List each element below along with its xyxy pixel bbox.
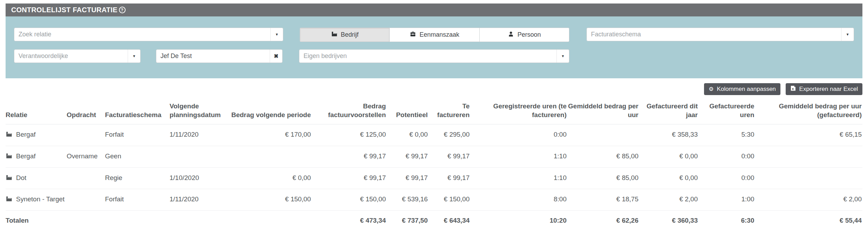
table-cell: 1/11/2020	[170, 189, 231, 211]
briefcase-icon	[410, 31, 416, 39]
table-cell	[67, 124, 105, 146]
table-row[interactable]: DotRegie1/10/2020€ 0,00€ 99,17€ 99,17€ 9…	[6, 167, 862, 189]
table-cell: € 99,17	[312, 146, 387, 168]
chevron-down-icon[interactable]: ▼	[841, 28, 854, 41]
table-cell	[67, 189, 105, 211]
totals-cell: € 737,50	[387, 210, 428, 230]
panel-title-bar: CONTROLELIJST FACTURATIE ?	[6, 3, 862, 16]
chevron-down-icon[interactable]: ▼	[556, 50, 569, 63]
question-circle-icon[interactable]: ?	[119, 7, 126, 13]
totals-cell: 10:20	[470, 210, 567, 230]
person-icon	[508, 31, 514, 39]
table-cell: € 0,00	[387, 124, 428, 146]
table-cell: 8:00	[470, 189, 567, 211]
table-cell	[67, 167, 105, 189]
table-cell: € 85,00	[567, 146, 639, 168]
eigen-bedrijven-placeholder: Eigen bedrijven	[299, 52, 351, 60]
filter-area: Zoek relatie ▼ Bedrijf Eenmanszaak	[6, 16, 862, 78]
column-header: Facturatieschema	[105, 97, 170, 124]
relatie-cell: Bergaf	[6, 124, 67, 146]
table-cell: Regie	[105, 167, 170, 189]
results-table: RelatieOpdrachtFacturatieschemaVolgende …	[6, 97, 862, 230]
column-header: Bedrag volgende periode	[231, 97, 312, 124]
table-cell: 0:00	[470, 124, 567, 146]
table-cell: € 2,00	[639, 189, 698, 211]
table-cell	[170, 146, 231, 168]
table-cell: € 0,00	[639, 167, 698, 189]
company-icon	[6, 174, 13, 184]
verantwoordelijke-select[interactable]: Verantwoordelijke ▼	[14, 49, 141, 63]
table-cell: 1:10	[470, 167, 567, 189]
eigen-bedrijven-select[interactable]: Eigen bedrijven ▼	[299, 49, 569, 63]
table-cell: € 99,17	[312, 167, 387, 189]
table-cell: € 18,75	[567, 189, 639, 211]
table-cell: € 99,17	[387, 146, 428, 168]
export-excel-button[interactable]: x Exporteren naar Excel	[786, 83, 862, 95]
totals-cell: € 643,34	[428, 210, 470, 230]
table-cell: € 85,00	[567, 167, 639, 189]
column-header: Gemiddeld bedrag per uur (gefactureerd)	[755, 97, 862, 124]
table-cell: Forfait	[105, 124, 170, 146]
relatie-name: Syneton - Target	[16, 195, 65, 203]
responsible-filter-chip[interactable]: Jef De Test ✖	[156, 49, 283, 63]
table-cell	[567, 124, 639, 146]
company-icon	[6, 195, 13, 205]
zoek-relatie-select[interactable]: Zoek relatie ▼	[14, 28, 283, 41]
zoek-relatie-placeholder: Zoek relatie	[14, 31, 55, 38]
table-cell: 1/10/2020	[170, 167, 231, 189]
table-cell: 1/11/2020	[170, 124, 231, 146]
table-cell: 1:00	[698, 189, 755, 211]
table-row[interactable]: BergafOvernameGeen€ 99,17€ 99,17€ 99,171…	[6, 146, 862, 168]
totals-cell: € 62,26	[567, 210, 639, 230]
totals-cell	[170, 210, 231, 230]
type-button-eenmanszaak[interactable]: Eenmanszaak	[389, 28, 479, 42]
page-title: CONTROLELIJST FACTURATIE	[11, 6, 118, 14]
table-cell: 0:00	[698, 146, 755, 168]
chevron-down-icon[interactable]: ▼	[128, 50, 140, 63]
clear-filter-icon[interactable]: ✖	[270, 50, 282, 63]
column-header: Gefactureerd dit jaar	[639, 97, 698, 124]
type-button-label: Persoon	[517, 31, 541, 38]
table-cell: Geen	[105, 146, 170, 168]
facturatieschema-select[interactable]: Facturatieschema ▼	[586, 28, 854, 41]
type-button-persoon[interactable]: Persoon	[479, 28, 569, 42]
table-cell: € 539,16	[387, 189, 428, 211]
type-button-label: Bedrijf	[341, 31, 359, 38]
column-header: Relatie	[6, 97, 67, 124]
totals-cell: € 55,44	[755, 210, 862, 230]
totals-cell: € 360,33	[639, 210, 698, 230]
totals-cell	[67, 210, 105, 230]
responsible-value: Jef De Test	[156, 52, 196, 60]
table-cell: € 150,00	[428, 189, 470, 211]
factory-icon	[331, 31, 338, 39]
table-cell: € 0,00	[231, 167, 312, 189]
column-header: Gefactureerde uren	[698, 97, 755, 124]
table-row[interactable]: BergafForfait1/11/2020€ 170,00€ 125,00€ …	[6, 124, 862, 146]
table-cell	[755, 167, 862, 189]
table-cell: € 295,00	[428, 124, 470, 146]
table-header: RelatieOpdrachtFacturatieschemaVolgende …	[6, 97, 862, 124]
facturatieschema-placeholder: Facturatieschema	[587, 31, 645, 38]
table-cell: € 65,15	[755, 124, 862, 146]
export-excel-label: Exporteren naar Excel	[799, 86, 858, 93]
relatie-cell: Syneton - Target	[6, 189, 67, 211]
table-cell	[755, 146, 862, 168]
column-header: Geregistreerde uren (te factureren)	[470, 97, 567, 124]
type-button-bedrijf[interactable]: Bedrijf	[300, 28, 389, 42]
table-cell: € 99,17	[428, 146, 470, 168]
table-body: BergafForfait1/11/2020€ 170,00€ 125,00€ …	[6, 124, 862, 230]
table-cell: € 0,00	[639, 146, 698, 168]
relatie-name: Dot	[16, 174, 27, 181]
table-row[interactable]: Syneton - TargetForfait1/11/2020€ 150,00…	[6, 189, 862, 211]
table-toolbar: ⚙ Kolommen aanpassen x Exporteren naar E…	[6, 83, 862, 95]
customize-columns-label: Kolommen aanpassen	[717, 86, 776, 93]
customize-columns-button[interactable]: ⚙ Kolommen aanpassen	[704, 83, 780, 95]
table-cell	[231, 146, 312, 168]
relation-type-toggle: Bedrijf Eenmanszaak Persoon	[300, 28, 569, 42]
relatie-cell: Bergaf	[6, 146, 67, 168]
relatie-name: Bergaf	[16, 152, 36, 160]
svg-text:x: x	[792, 87, 794, 91]
type-button-label: Eenmanszaak	[419, 31, 459, 38]
totals-cell: 6:30	[698, 210, 755, 230]
chevron-down-icon[interactable]: ▼	[270, 28, 283, 41]
